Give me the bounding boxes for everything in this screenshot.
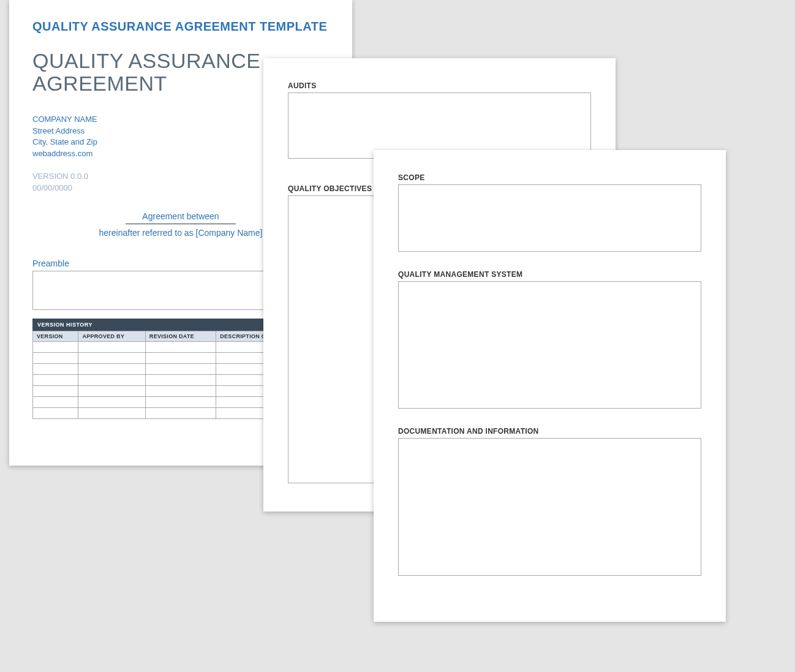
scope-label: SCOPE	[398, 173, 701, 182]
qms-label: QUALITY MANAGEMENT SYSTEM	[398, 270, 701, 279]
vh-cell[interactable]	[78, 363, 145, 374]
vh-column-header: REVISION DATE	[145, 331, 216, 341]
vh-cell[interactable]	[145, 341, 216, 352]
audits-input[interactable]	[288, 92, 591, 159]
qms-input[interactable]	[398, 281, 701, 409]
vh-cell[interactable]	[78, 407, 145, 418]
vh-cell[interactable]	[33, 363, 78, 374]
vh-cell[interactable]	[145, 363, 216, 374]
vh-cell[interactable]	[33, 407, 78, 418]
page-3: SCOPE QUALITY MANAGEMENT SYSTEM DOCUMENT…	[374, 150, 726, 622]
vh-cell[interactable]	[145, 385, 216, 396]
vh-cell[interactable]	[33, 352, 78, 363]
vh-cell[interactable]	[33, 374, 78, 385]
vh-cell[interactable]	[145, 374, 216, 385]
signature-line[interactable]	[126, 224, 236, 224]
documentation-label: DOCUMENTATION AND INFORMATION	[398, 427, 701, 436]
template-title: QUALITY ASSURANCE AGREEMENT TEMPLATE	[32, 20, 329, 34]
vh-cell[interactable]	[78, 396, 145, 407]
vh-cell[interactable]	[145, 396, 216, 407]
documentation-input[interactable]	[398, 438, 701, 576]
vh-cell[interactable]	[78, 374, 145, 385]
scope-input[interactable]	[398, 184, 701, 252]
vh-cell[interactable]	[145, 407, 216, 418]
vh-cell[interactable]	[33, 396, 78, 407]
vh-column-header: VERSION	[33, 331, 78, 341]
vh-cell[interactable]	[78, 385, 145, 396]
audits-label: AUDITS	[288, 81, 591, 90]
vh-cell[interactable]	[33, 385, 78, 396]
vh-cell[interactable]	[78, 341, 145, 352]
vh-cell[interactable]	[145, 352, 216, 363]
vh-cell[interactable]	[78, 352, 145, 363]
vh-cell[interactable]	[33, 341, 78, 352]
vh-column-header: APPROVED BY	[78, 331, 145, 341]
